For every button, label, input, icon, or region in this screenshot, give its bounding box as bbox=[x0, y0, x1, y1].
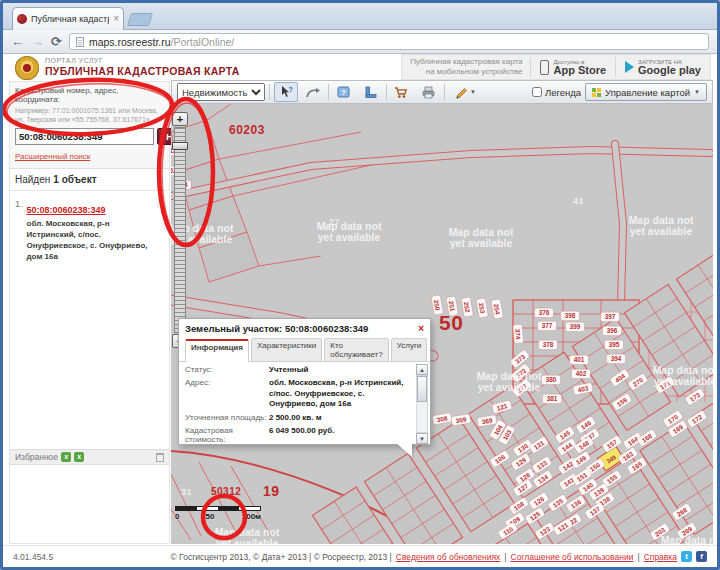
result-address: обл. Московская, р-н Истринский, с/пос. … bbox=[27, 219, 152, 262]
layer-select[interactable]: Недвижимость bbox=[177, 83, 265, 101]
favorites-star-icon[interactable]: ☆ bbox=[155, 174, 164, 185]
route-tool-button[interactable] bbox=[301, 82, 325, 102]
svg-text:yet available: yet available bbox=[318, 231, 381, 243]
svg-text:377: 377 bbox=[542, 322, 553, 329]
scroll-down-icon[interactable]: ▼ bbox=[416, 433, 428, 444]
address-bar[interactable]: maps.rosreestr.ru/PortalOnline/ bbox=[69, 33, 709, 50]
measure-tool-button[interactable] bbox=[359, 82, 383, 102]
popup-tabs: Информация Характеристики Кто обслуживае… bbox=[179, 336, 430, 362]
map-viewport[interactable]: 3491262443763983973773993963783954013944… bbox=[171, 104, 713, 544]
back-icon[interactable]: ← bbox=[11, 35, 24, 48]
scroll-up-icon[interactable]: ▲ bbox=[416, 364, 428, 375]
forward-icon[interactable]: → bbox=[31, 35, 44, 48]
parcel-label: 396 bbox=[603, 326, 622, 335]
tab-close-icon[interactable]: × bbox=[113, 14, 119, 24]
print-icon bbox=[421, 85, 437, 99]
map-manage-button[interactable]: Управление картой ▼ bbox=[585, 83, 707, 101]
print-tool-button[interactable] bbox=[417, 82, 441, 102]
popup-title: Земельный участок: 50:08:0060238:349 bbox=[185, 323, 368, 334]
cart-icon bbox=[394, 85, 410, 99]
browser-tab[interactable]: Публичная кадастровая ка × bbox=[12, 7, 124, 30]
svg-text:27: 27 bbox=[329, 217, 340, 227]
draw-tool-button[interactable]: ▼ bbox=[448, 82, 482, 102]
zoom-in-button[interactable]: + bbox=[172, 112, 188, 126]
svg-text:394: 394 bbox=[611, 355, 622, 362]
advanced-search-link[interactable]: Расширенный поиск bbox=[15, 152, 90, 161]
results-header: Найден1 объект ☆ bbox=[10, 169, 169, 191]
favorites-label: Избранное bbox=[15, 452, 58, 462]
page-icon bbox=[76, 37, 84, 47]
scrollbar-thumb[interactable] bbox=[417, 376, 427, 402]
parcel-label: 398 bbox=[561, 311, 580, 320]
phone-icon bbox=[540, 60, 549, 75]
zoom-slider-handle[interactable] bbox=[172, 142, 188, 150]
googleplay-badge[interactable]: ЗАГРУЗИТЕ НАGoogle play bbox=[616, 59, 710, 76]
parcel-label: 401 bbox=[570, 355, 589, 364]
svg-text:60203: 60203 bbox=[229, 123, 265, 137]
zoom-slider-track[interactable] bbox=[174, 127, 186, 333]
search-label: Кадастровый номер, адрес, координата: bbox=[15, 86, 164, 104]
tab-information[interactable]: Информация bbox=[185, 339, 249, 362]
popup-title-bar: Земельный участок: 50:08:0060238:349 × bbox=[179, 319, 430, 336]
sidebar: Кадастровый номер, адрес, координата: На… bbox=[9, 81, 170, 544]
identify-tool-button[interactable]: ? bbox=[274, 82, 298, 102]
trash-icon[interactable] bbox=[156, 453, 164, 462]
parcel-label: 374 bbox=[513, 324, 524, 344]
svg-text:yet available: yet available bbox=[216, 537, 279, 544]
help-link[interactable]: Справка bbox=[644, 552, 677, 562]
url-text: maps.rosreestr.ru/PortalOnline/ bbox=[89, 36, 234, 48]
legend-checkbox[interactable]: Легенда bbox=[532, 87, 581, 98]
cart-tool-button[interactable] bbox=[390, 82, 414, 102]
site-footer: 4.01.454.5 © Госгисцентр 2013, © Дата+ 2… bbox=[3, 545, 717, 567]
result-star-icon[interactable]: ☆ bbox=[155, 199, 164, 262]
legend-checkbox-input[interactable] bbox=[532, 87, 542, 97]
route-icon bbox=[305, 85, 321, 99]
export-icon[interactable]: x bbox=[61, 452, 71, 462]
agreement-link[interactable]: Соглашение об использовании bbox=[511, 552, 634, 562]
export-all-icon[interactable]: x bbox=[74, 452, 84, 462]
version-label: 4.01.454.5 bbox=[13, 552, 53, 562]
site-title: ПУБЛИЧНАЯ КАДАСТРОВАЯ КАРТА bbox=[45, 65, 240, 77]
parcel-label: 376 bbox=[535, 308, 554, 317]
svg-text:381: 381 bbox=[547, 395, 558, 402]
object-info-tool-button[interactable]: ? bbox=[332, 82, 356, 102]
svg-text:yet available: yet available bbox=[630, 225, 693, 237]
mobile-banner-text: Публичная кадастровая картана мобильном … bbox=[402, 57, 530, 77]
search-hint: Например: 77:01:0001075:1361 или Москва,… bbox=[15, 106, 164, 124]
svg-text:?: ? bbox=[341, 88, 346, 97]
tab-services[interactable]: Услуги bbox=[391, 338, 428, 361]
appstore-badge[interactable]: Доступно вApp Store bbox=[531, 59, 615, 76]
svg-text:380: 380 bbox=[546, 376, 557, 383]
svg-text:398: 398 bbox=[565, 312, 576, 319]
copyright-text: © Госгисцентр 2013, © Дата+ 2013 | © Рос… bbox=[171, 552, 392, 562]
result-item[interactable]: 1. 50:08:0060238:349 обл. Московская, р-… bbox=[10, 191, 169, 270]
new-tab-button[interactable] bbox=[127, 13, 153, 26]
popup-scrollbar[interactable]: ▲ ▼ bbox=[416, 364, 428, 444]
popup-body: Статус:Учтенный Адрес:обл. Московская, р… bbox=[179, 362, 430, 446]
tab-title: Публичная кадастровая ка bbox=[31, 14, 109, 24]
svg-text:395: 395 bbox=[609, 341, 620, 348]
updates-link[interactable]: Сведения об обновлениях bbox=[396, 552, 500, 562]
refresh-icon[interactable]: ⟳ bbox=[51, 35, 62, 48]
svg-text:yet available: yet available bbox=[654, 375, 713, 387]
search-input[interactable] bbox=[15, 128, 154, 145]
tab-characteristics[interactable]: Характеристики bbox=[251, 338, 322, 361]
draw-icon bbox=[454, 85, 470, 99]
popup-close-icon[interactable]: × bbox=[418, 324, 424, 334]
parcel-label: 377 bbox=[538, 321, 557, 330]
facebook-icon[interactable]: f bbox=[696, 551, 707, 562]
browser-toolbar: ← → ⟳ maps.rosreestr.ru/PortalOnline/ bbox=[3, 30, 717, 54]
object-info-icon: ? bbox=[336, 85, 352, 99]
parcel-label: 399 bbox=[566, 322, 585, 331]
chevron-down-icon: ▼ bbox=[694, 89, 700, 95]
svg-text:397: 397 bbox=[605, 313, 616, 320]
search-panel: Кадастровый номер, адрес, координата: На… bbox=[10, 82, 169, 169]
zoom-slider[interactable]: + − bbox=[172, 112, 189, 348]
svg-text:401: 401 bbox=[574, 356, 585, 363]
svg-text:50312: 50312 bbox=[211, 486, 241, 497]
twitter-icon[interactable]: t bbox=[681, 551, 692, 562]
result-link[interactable]: 50:08:0060238:349 bbox=[27, 205, 106, 215]
tab-who-serves[interactable]: Кто обслуживает? bbox=[324, 338, 388, 361]
result-index: 1. bbox=[15, 199, 23, 262]
svg-text:?: ? bbox=[289, 86, 293, 93]
